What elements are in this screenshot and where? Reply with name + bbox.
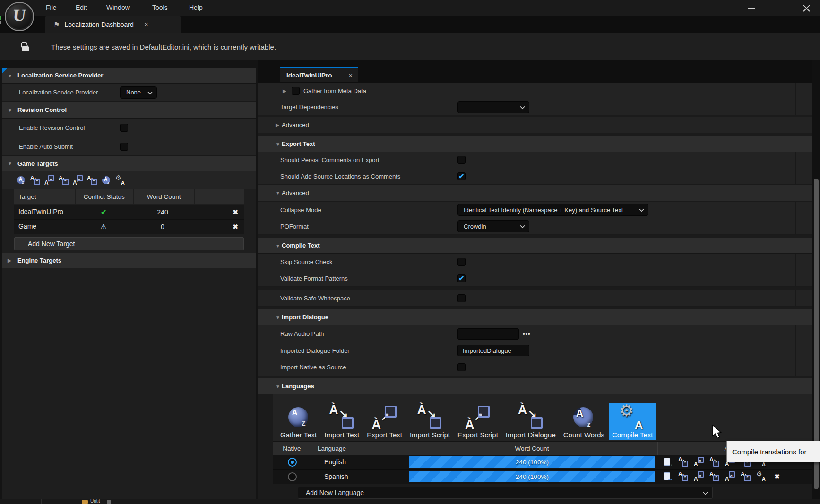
collapse-arrow-icon[interactable]: ▼	[276, 384, 280, 389]
export-text-icon[interactable]: A↗	[44, 175, 55, 186]
enable-revision-control-checkbox[interactable]	[120, 124, 128, 132]
target-link[interactable]: Game	[18, 222, 36, 231]
target-dependencies-dropdown[interactable]	[457, 101, 529, 113]
menu-file[interactable]: File	[46, 0, 57, 16]
expand-arrow-icon[interactable]: ▶	[276, 122, 279, 128]
add-new-target-button[interactable]: Add New Target	[14, 237, 244, 250]
collapse-arrow-icon[interactable]: ▼	[276, 243, 280, 248]
section-revision-control[interactable]: ▼ Revision Control	[2, 102, 256, 119]
raw-audio-path-input[interactable]	[457, 328, 519, 340]
import-dialogue-button[interactable]: À↘ Import Dialogue	[502, 403, 559, 440]
target-link[interactable]: IdealTwinUIPro	[18, 208, 63, 216]
native-radio[interactable]	[288, 472, 297, 481]
collapse-arrow-icon[interactable]: ▼	[8, 73, 12, 78]
delete-target-icon[interactable]: ✖	[233, 223, 238, 231]
gather-text-button[interactable]: AZ Gather Text	[277, 403, 320, 440]
section-compile-text[interactable]: ▼ Compile Text	[258, 238, 812, 254]
section-export-text[interactable]: ▼ Export Text	[258, 136, 812, 152]
compile-text-button[interactable]: ⚙A Compile Text	[609, 403, 656, 440]
export-text-icon[interactable]: A↗	[694, 471, 704, 482]
column-divider	[454, 168, 454, 184]
tab-idealtwinuipro[interactable]: IdealTwinUIPro ×	[280, 67, 358, 82]
maximize-button[interactable]	[776, 4, 784, 12]
section-game-targets[interactable]: ▼ Game Targets	[2, 156, 256, 171]
col-word-count[interactable]: Word Count	[134, 189, 194, 204]
collapse-mode-dropdown[interactable]: Identical Text Identity (Namespace + Key…	[457, 204, 648, 216]
native-radio-selected[interactable]	[288, 458, 297, 467]
tab-close-icon[interactable]: ×	[144, 21, 148, 28]
language-row-spanish[interactable]: Spanish 240 (100%) → A↘ A↗ A↘ A↗ A↘ ⚙A ✖	[273, 470, 812, 484]
button-label: Import Script	[410, 431, 450, 439]
import-text-button[interactable]: À↘ Import Text	[321, 403, 363, 440]
export-text-button[interactable]: À↗ Export Text	[363, 403, 406, 440]
import-dialogue-icon[interactable]: A↘	[87, 175, 97, 186]
menu-window[interactable]: Window	[106, 0, 130, 16]
delete-language-icon[interactable]: ✖	[772, 471, 782, 482]
import-text-icon[interactable]: A↘	[30, 175, 41, 186]
menu-help[interactable]: Help	[189, 0, 203, 16]
column-divider	[795, 359, 796, 376]
col-target[interactable]: Target	[14, 189, 75, 204]
import-dialogue-icon[interactable]: A↘	[741, 471, 751, 482]
collapse-arrow-icon[interactable]: ▼	[276, 141, 280, 146]
validate-format-patterns-checkbox[interactable]	[457, 274, 466, 282]
import-text-icon[interactable]: A↘	[678, 457, 689, 467]
delete-target-icon[interactable]: ✖	[233, 208, 238, 216]
export-script-icon[interactable]: A↗	[73, 175, 83, 186]
gather-from-meta-data-checkbox[interactable]	[292, 87, 300, 95]
import-script-button[interactable]: À↘ Import Script	[406, 403, 453, 440]
import-script-icon[interactable]: A↘	[709, 471, 720, 482]
edit-translations-icon[interactable]: →	[663, 471, 673, 482]
browse-ellipsis-button[interactable]: •••	[523, 330, 531, 337]
section-import-dialogue[interactable]: ▼ Import Dialogue	[258, 309, 812, 325]
count-words-icon[interactable]: Az	[101, 175, 112, 186]
add-new-language-button[interactable]: Add New Language	[298, 487, 713, 499]
collapse-arrow-icon[interactable]: ▼	[276, 190, 280, 196]
unlocked-icon[interactable]	[22, 42, 31, 53]
tab-localization-dashboard[interactable]: ⚑ Localization Dashboard ×	[45, 16, 181, 33]
menu-tools[interactable]: Tools	[152, 0, 168, 16]
export-script-icon[interactable]: A↗	[725, 471, 735, 482]
imported-dialogue-folder-input[interactable]: ImportedDialogue	[457, 345, 529, 356]
col-conflict-status[interactable]: Conflict Status	[76, 189, 133, 204]
section-engine-targets[interactable]: ▶ Engine Targets	[2, 253, 256, 268]
row-advanced-expanded[interactable]: ▼ Advanced	[258, 185, 812, 202]
compile-text-icon[interactable]: ⚙A	[115, 175, 126, 186]
collapse-arrow-icon[interactable]: ▼	[276, 315, 280, 320]
expand-arrow-icon[interactable]: ▶	[8, 258, 11, 263]
gather-text-icon: AZ	[286, 405, 311, 430]
import-text-icon[interactable]: A↘	[678, 471, 689, 482]
languages-toolbar: AZ Gather Text À↘ Import Text À↗ Export …	[273, 394, 812, 442]
column-divider	[112, 137, 112, 155]
import-script-icon[interactable]: A↘	[709, 457, 720, 467]
compile-text-icon[interactable]: ⚙A	[756, 471, 767, 482]
gather-text-icon[interactable]: AZ	[16, 175, 26, 186]
count-words-button[interactable]: Az Count Words	[560, 403, 608, 440]
validate-safe-whitespace-checkbox[interactable]	[457, 294, 466, 302]
poformat-dropdown[interactable]: Crowdin	[457, 220, 529, 232]
menu-edit[interactable]: Edit	[76, 0, 87, 16]
table-row[interactable]: Game ⚠ 0 ✖	[14, 220, 244, 234]
collapse-arrow-icon[interactable]: ▼	[8, 107, 12, 112]
export-text-icon[interactable]: A↗	[694, 457, 704, 467]
skip-source-check-checkbox[interactable]	[457, 258, 466, 266]
import-script-icon[interactable]: A↘	[59, 175, 69, 186]
import-native-as-source-checkbox[interactable]	[457, 363, 466, 371]
persist-comments-checkbox[interactable]	[457, 156, 466, 164]
export-script-button[interactable]: À↗ Export Script	[454, 403, 501, 440]
close-button[interactable]	[802, 4, 811, 12]
lsp-dropdown[interactable]: None	[120, 86, 157, 99]
collapse-arrow-icon[interactable]: ▼	[8, 161, 12, 166]
add-source-locations-checkbox[interactable]	[457, 172, 466, 180]
table-row[interactable]: IdealTwinUIPro ✔ 240 ✖	[14, 205, 244, 220]
column-divider	[795, 254, 796, 270]
tab-close-icon[interactable]: ×	[348, 71, 358, 79]
section-localization-service-provider[interactable]: ▼ Localization Service Provider	[2, 68, 256, 84]
expand-arrow-icon[interactable]: ▶	[283, 88, 286, 94]
column-divider	[454, 325, 454, 342]
section-languages[interactable]: ▼ Languages	[258, 378, 812, 394]
row-advanced-collapsed[interactable]: ▶ Advanced	[258, 117, 812, 133]
edit-translations-icon[interactable]: →	[663, 457, 673, 467]
minimize-button[interactable]	[747, 4, 755, 12]
enable-auto-submit-checkbox[interactable]	[120, 143, 128, 151]
